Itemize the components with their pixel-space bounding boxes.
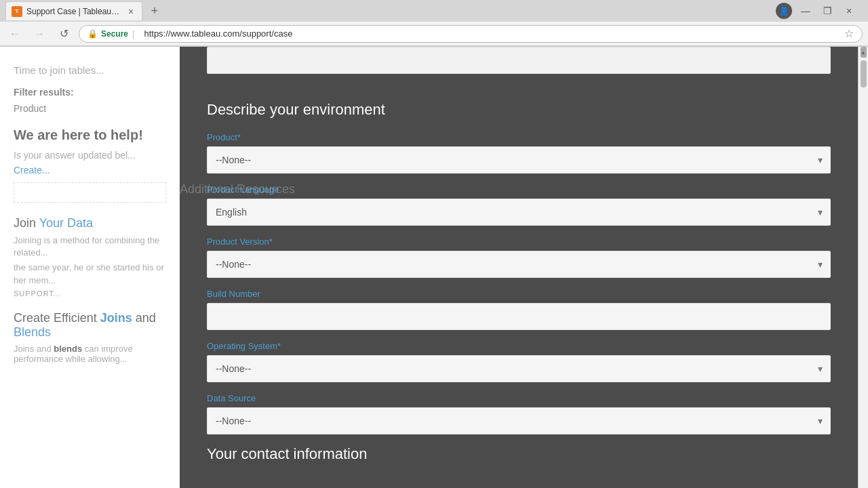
user-profile-icon[interactable]: 👤 <box>776 3 792 19</box>
scrollbar-thumb[interactable] <box>861 60 867 87</box>
is-your-text: Is your answer updated bel... <box>14 150 166 161</box>
forward-button[interactable]: → <box>30 24 49 43</box>
product-group: Product* --None-- <box>207 132 831 174</box>
product-filter-label: Product <box>14 103 166 114</box>
left-bg-content: Time to join tables... Filter results: P… <box>0 47 180 375</box>
address-bar: ← → ↺ 🔒 Secure | https://www.tableau.com… <box>0 22 868 46</box>
product-version-label: Product Version* <box>207 237 831 247</box>
operating-system-group: Operating System* --None-- <box>207 341 831 382</box>
product-version-group: Product Version* --None-- <box>207 237 831 278</box>
tab-close-button[interactable]: × <box>125 6 136 17</box>
overlay-form-panel: Describe your environment Product* --Non… <box>180 47 858 488</box>
dashed-box <box>14 182 166 203</box>
bookmark-icon[interactable]: ☆ <box>844 27 854 40</box>
page-content: Time to join tables... Filter results: P… <box>0 47 868 488</box>
active-tab[interactable]: T Support Case | Tableau S... × <box>5 1 142 20</box>
scroll-up-button[interactable]: ▲ <box>861 47 867 58</box>
join-label: Join <box>14 216 39 230</box>
build-number-group: Build Number <box>207 289 831 330</box>
product-language-group: Product Language English French German J… <box>207 184 831 226</box>
restore-button[interactable]: ❐ <box>819 3 835 19</box>
your-data-label: Your Data <box>39 216 93 230</box>
operating-system-select-wrapper: --None-- <box>207 355 831 382</box>
create-efficient-title: Create Efficient Joins and Blends <box>14 311 166 340</box>
product-version-select[interactable]: --None-- <box>207 251 831 278</box>
describe-environment-title: Describe your environment <box>207 87 831 119</box>
build-number-label: Build Number <box>207 289 831 299</box>
data-source-select-wrapper: --None-- <box>207 407 831 434</box>
joins-prefix: Joins and <box>14 344 52 354</box>
we-are-here-heading: We are here to help! <box>14 127 166 143</box>
secure-label: Secure <box>101 29 128 39</box>
product-language-select[interactable]: English French German Japanese Spanish <box>207 199 831 226</box>
join-your-data-title: Join Your Data <box>14 216 166 230</box>
browser-chrome: T Support Case | Tableau S... × + 👤 — ❐ … <box>0 0 868 47</box>
blends-label: Blends <box>14 325 51 339</box>
back-button[interactable]: ← <box>5 24 24 43</box>
tab-title: Support Case | Tableau S... <box>26 7 121 16</box>
blends-link[interactable]: blends <box>54 344 82 354</box>
joins-desc: Joins and blends can improve performance… <box>14 344 166 364</box>
scrollbar[interactable]: ▲ <box>858 47 868 488</box>
tab-favicon: T <box>12 6 22 17</box>
product-select[interactable]: --None-- <box>207 146 831 174</box>
data-source-select[interactable]: --None-- <box>207 407 831 434</box>
operating-system-select[interactable]: --None-- <box>207 355 831 382</box>
left-background-panel: Time to join tables... Filter results: P… <box>0 47 180 488</box>
minimize-button[interactable]: — <box>797 3 814 19</box>
lock-icon: 🔒 <box>87 29 98 39</box>
build-number-input[interactable] <box>207 303 831 330</box>
window-controls: 👤 — ❐ × <box>776 3 863 19</box>
joining-text-2: the same year, he or she started his or … <box>14 262 166 286</box>
tab-bar: T Support Case | Tableau S... × + 👤 — ❐ … <box>0 0 868 22</box>
product-select-wrapper: --None-- <box>207 146 831 174</box>
create-link[interactable]: Create... <box>14 165 166 176</box>
address-input[interactable]: 🔒 Secure | https://www.tableau.com/suppo… <box>79 25 863 43</box>
url-separator: | <box>132 28 134 39</box>
product-language-label: Product Language <box>207 184 831 195</box>
new-tab-button[interactable]: + <box>145 1 164 20</box>
top-textarea[interactable] <box>207 47 831 74</box>
product-language-select-wrapper: English French German Japanese Spanish <box>207 199 831 226</box>
time-join-text: Time to join tables... <box>14 64 166 76</box>
contact-info-title: Your contact information <box>207 445 831 463</box>
close-window-button[interactable]: × <box>841 3 857 19</box>
filter-results-label: Filter results: <box>14 87 166 98</box>
joins-label: Joins <box>100 311 132 325</box>
product-version-select-wrapper: --None-- <box>207 251 831 278</box>
product-label: Product* <box>207 132 831 142</box>
support-link[interactable]: SUPPORT... <box>14 289 166 298</box>
operating-system-label: Operating System* <box>207 341 831 351</box>
joining-text-1: Joining is a method for combining the re… <box>14 235 166 259</box>
url-text: https://www.tableau.com/support/case <box>138 28 292 39</box>
refresh-button[interactable]: ↺ <box>54 24 73 43</box>
data-source-label: Data Source <box>207 393 831 403</box>
data-source-group: Data Source --None-- <box>207 393 831 434</box>
